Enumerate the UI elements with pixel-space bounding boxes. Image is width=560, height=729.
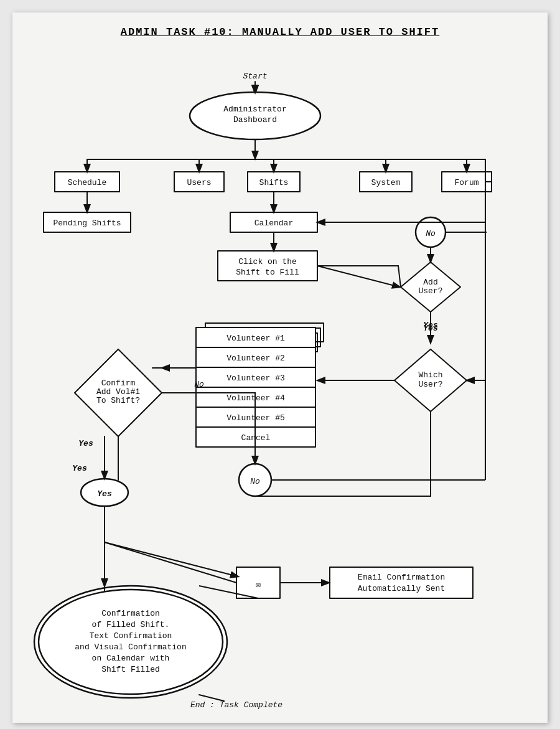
conf-oval-text3: Text Confirmation <box>90 631 172 641</box>
end-label: End : Task Complete <box>190 700 282 710</box>
vol1-label: Volunteer #1 <box>226 334 285 343</box>
which-user-text2: User? <box>418 380 442 389</box>
confirm-text1: Confirm <box>101 379 136 388</box>
which-user-text1: Which <box>418 370 442 380</box>
email-icon: ✉ <box>256 580 261 590</box>
vol4-label: Volunteer #4 <box>226 393 285 403</box>
email-confirm-text1: Email Confirmation <box>358 573 445 582</box>
conf-oval-text1: Confirmation <box>101 609 160 618</box>
click-shift-text2: Shift to Fill <box>236 268 299 277</box>
yes2-label: Yes <box>78 439 93 448</box>
conf-oval-text5: on Calendar with <box>92 654 170 663</box>
add-user-text1: Add <box>423 278 437 287</box>
cancel-label: Cancel <box>241 433 271 443</box>
confirm-text2: Add Vol#1 <box>96 387 140 397</box>
pending-shifts-label: Pending Shifts <box>53 219 121 228</box>
calendar-label: Calendar <box>254 219 293 228</box>
flowchart: Start Administrator Dashboard Schedule U… <box>12 44 548 723</box>
yes1-add-user: Yes <box>423 321 438 330</box>
schedule-label: Schedule <box>68 178 106 187</box>
click-shift-text1: Click on the <box>238 257 297 266</box>
yes2-confirm-label: Yes <box>72 464 87 473</box>
yes2-oval-label: Yes <box>97 489 112 499</box>
arr21 <box>317 266 399 287</box>
confirmation-oval-inner <box>39 590 223 694</box>
page-title: Admin Task #10: Manually Add User To Shi… <box>12 12 548 44</box>
start-label: Start <box>243 72 267 81</box>
admin-dashboard-text1: Administrator <box>223 105 286 114</box>
conf-oval-text6: Shift Filled <box>101 665 160 674</box>
vol3-label: Volunteer #3 <box>226 374 285 383</box>
conf-oval-text2: of Filled Shift. <box>92 620 170 629</box>
users-label: Users <box>187 178 211 187</box>
vol2-label: Volunteer #2 <box>226 354 285 363</box>
email-confirmation-box <box>330 567 473 598</box>
no1-label: No <box>426 229 436 238</box>
add-user-text2: User? <box>418 286 442 296</box>
arr26 <box>105 542 238 576</box>
forum-label: Forum <box>454 178 478 187</box>
no2-path-label: No <box>194 380 204 389</box>
confirm-text3: To Shift? <box>96 396 140 405</box>
shifts-label: Shifts <box>259 178 289 187</box>
system-label: System <box>371 178 401 187</box>
arrow-clickshift-to-adduser2 <box>398 266 401 287</box>
email-confirm-text2: Automatically Sent <box>358 584 445 593</box>
page: Admin Task #10: Manually Add User To Shi… <box>12 12 548 723</box>
conf-oval-text4: and Visual Confirmation <box>75 642 186 652</box>
admin-dashboard-text2: Dashboard <box>233 115 277 125</box>
no2-label: No <box>250 477 260 486</box>
arrow-yes2-to-email <box>105 542 236 583</box>
